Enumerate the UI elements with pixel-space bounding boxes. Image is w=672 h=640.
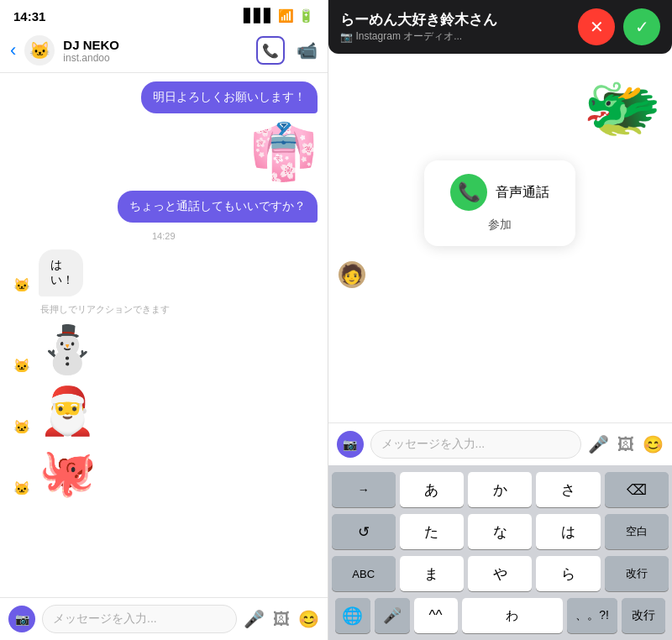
call-actions: ✕ ✓ — [578, 8, 660, 45]
key-ra[interactable]: ら — [536, 556, 600, 591]
sticker-snowman: ⛄ — [39, 323, 97, 377]
join-label[interactable]: 参加 — [488, 218, 512, 233]
right-message-input[interactable]: メッセージを入力... — [370, 430, 581, 459]
ig-icon: 📷 — [340, 31, 353, 43]
key-mic[interactable]: 🎤 — [375, 598, 410, 633]
key-globe[interactable]: 🌐 — [335, 598, 370, 633]
video-call-button[interactable]: 📹 — [297, 40, 318, 60]
key-return-1[interactable]: 改行 — [605, 556, 669, 591]
key-ka[interactable]: か — [468, 472, 532, 507]
key-return-2[interactable]: 改行 — [622, 598, 665, 633]
back-button[interactable]: ‹ — [10, 39, 16, 61]
voice-call-label: 音声通話 — [496, 184, 549, 202]
right-emoji-button[interactable]: 😊 — [643, 434, 664, 454]
sticker-emoji: 👘 — [249, 121, 318, 182]
keyboard-bottom-row: 🌐 🎤 ^^ わ 、。?! 改行 — [332, 598, 669, 637]
sender-avatar-2: 🐱 — [10, 354, 34, 377]
right-input-actions: 🎤 🖼 😊 — [588, 434, 664, 454]
accept-call-button[interactable]: ✓ — [623, 8, 660, 45]
image-button[interactable]: 🖼 — [273, 610, 290, 629]
contact-sub: inst.andoo — [63, 52, 247, 64]
status-icons: ▋▋▋ 📶 🔋 — [244, 8, 314, 24]
keyboard-row-2: ↺ た な は 空白 — [332, 514, 669, 549]
right-chat-body: 🐲 📞 音声通話 参加 🧑 — [328, 0, 672, 422]
voice-call-card: 📞 音声通話 参加 — [424, 160, 575, 246]
key-arrow[interactable]: → — [332, 472, 396, 507]
sender-avatar: 🐱 — [10, 273, 34, 296]
key-ha[interactable]: は — [536, 514, 600, 549]
avatar: 🐱 — [24, 35, 55, 66]
message-text-2: ちょっと通話してもいいですか？ — [129, 199, 306, 212]
backspace-key[interactable]: ⌫ — [605, 472, 669, 507]
header-actions: 📞 📹 — [256, 36, 318, 65]
decline-icon: ✕ — [590, 17, 604, 37]
message-left-row: 🐱 はい！ — [10, 249, 318, 296]
key-wa[interactable]: わ — [462, 598, 564, 633]
sender-avatar-3: 🐱 — [10, 415, 34, 438]
message-input[interactable]: メッセージを入力... — [42, 605, 237, 633]
key-a[interactable]: あ — [400, 472, 464, 507]
wifi-icon: 📶 — [278, 8, 294, 24]
key-na[interactable]: な — [468, 514, 532, 549]
call-banner: らーめん大好き鈴木さん 📷 Instagram オーディオ... ✕ ✓ — [328, 0, 672, 54]
sticker-snowman-row: 🐱 ⛄ — [10, 323, 318, 377]
input-placeholder: メッセージを入力... — [53, 611, 157, 625]
header-info: DJ NEKO inst.andoo — [63, 38, 247, 64]
signal-icon: ▋▋▋ — [244, 8, 274, 24]
key-space[interactable]: 空白 — [605, 514, 669, 549]
key-abc[interactable]: ABC — [332, 556, 396, 591]
key-undo[interactable]: ↺ — [332, 514, 396, 549]
sticker-snake: 🐲 — [583, 71, 662, 145]
message-text: 明日よろしくお願いします！ — [153, 90, 306, 103]
right-mic-button[interactable]: 🎤 — [588, 434, 609, 454]
decline-call-button[interactable]: ✕ — [578, 8, 615, 45]
right-panel: らーめん大好き鈴木さん 📷 Instagram オーディオ... ✕ ✓ 🐲 📞… — [328, 0, 672, 640]
input-actions: 🎤 🖼 😊 — [244, 609, 319, 629]
left-panel: 14:31 ▋▋▋ 📶 🔋 ‹ 🐱 DJ NEKO inst.andoo 📞 📹 — [0, 0, 328, 640]
right-user-avatar: 🧑 — [339, 261, 365, 288]
right-camera-button[interactable]: 📷 — [337, 431, 364, 458]
right-image-button[interactable]: 🖼 — [617, 435, 634, 454]
camera-button[interactable]: 📷 — [8, 606, 35, 632]
key-sa[interactable]: さ — [536, 472, 600, 507]
key-caret[interactable]: ^^ — [414, 598, 458, 633]
video-icon: 📹 — [297, 41, 318, 60]
sticker-squid-row: 🐱 🐙 — [10, 445, 318, 500]
phone-circle-icon: 📞 — [450, 174, 487, 211]
avatar-placeholder: 🧑 — [340, 264, 363, 286]
chat-header: ‹ 🐱 DJ NEKO inst.andoo 📞 📹 — [0, 30, 328, 73]
accept-icon: ✓ — [635, 17, 649, 37]
status-bar: 14:31 ▋▋▋ 📶 🔋 — [0, 0, 328, 30]
hint-text: 長押しでリアクションできます — [40, 304, 170, 314]
keyboard-row-3: ABC ま や ら 改行 — [332, 556, 669, 591]
status-time: 14:31 — [13, 9, 45, 24]
message-bubble-right-2: ちょっと通話してもいいですか？ — [118, 191, 318, 223]
sticker-squid: 🐙 — [39, 445, 97, 500]
sender-avatar-4: 🐱 — [10, 476, 34, 500]
key-punctuation[interactable]: 、。?! — [567, 598, 617, 633]
voice-call-row: 📞 音声通話 — [450, 174, 549, 211]
contact-name: DJ NEKO — [63, 38, 247, 52]
caller-name: らーめん大好き鈴木さん — [340, 10, 497, 29]
call-sub: 📷 Instagram オーディオ... — [340, 29, 497, 44]
message-bubble-left: はい！ — [39, 249, 83, 296]
call-info: らーめん大好き鈴木さん 📷 Instagram オーディオ... — [340, 10, 497, 44]
left-input-bar: 📷 メッセージを入力... 🎤 🖼 😊 — [0, 597, 328, 640]
sticker-girl: 👘 — [249, 120, 318, 184]
emoji-button[interactable]: 😊 — [298, 609, 319, 629]
battery-icon: 🔋 — [298, 8, 314, 24]
right-camera-icon: 📷 — [343, 438, 357, 451]
keyboard-row-1: → あ か さ ⌫ — [332, 472, 669, 507]
mic-button[interactable]: 🎤 — [244, 609, 265, 629]
phone-call-button[interactable]: 📞 — [256, 36, 285, 65]
camera-icon: 📷 — [15, 612, 29, 626]
sticker-gingerbread: 🎅 — [39, 384, 97, 438]
call-source: Instagram オーディオ... — [356, 29, 463, 44]
chat-body: 明日よろしくお願いします！ 👘 ちょっと通話してもいいですか？ 14:29 🐱 … — [0, 73, 328, 597]
key-ta[interactable]: た — [400, 514, 464, 549]
sticker-gingerbread-row: 🐱 🎅 — [10, 384, 318, 438]
key-ya[interactable]: や — [468, 556, 532, 591]
key-ma[interactable]: ま — [400, 556, 464, 591]
phone-icon: 📞 — [262, 43, 279, 59]
keyboard: → あ か さ ⌫ ↺ た な は 空白 ABC ま や ら 改行 🌐 🎤 ^^… — [328, 465, 672, 640]
